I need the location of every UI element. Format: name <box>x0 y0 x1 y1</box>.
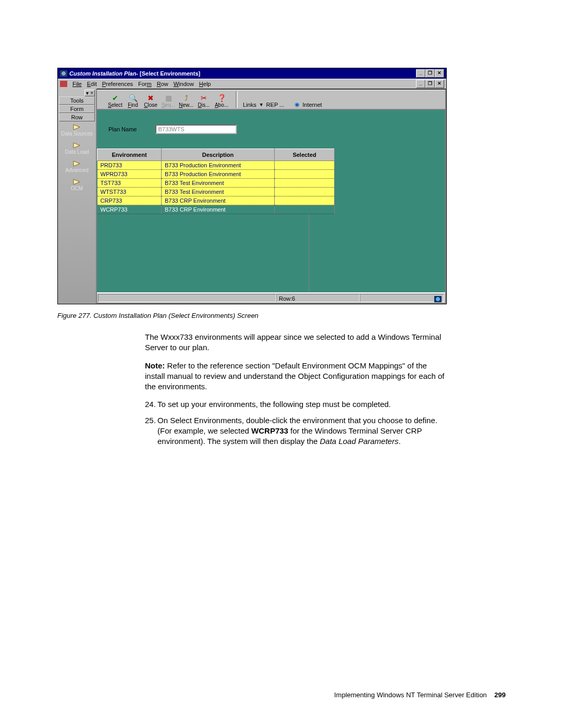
plan-name-input[interactable] <box>155 125 237 134</box>
toolbar-separator <box>236 91 238 108</box>
menu-preferences[interactable]: Preferences <box>102 81 133 87</box>
table-row[interactable]: CRP733B733 CRP Environment <box>97 196 335 205</box>
menu-form[interactable]: Form <box>138 81 152 87</box>
sidebar-item-data-sources[interactable]: Data Sources <box>58 121 96 140</box>
footer-text: Implementing Windows NT Terminal Server … <box>334 691 487 699</box>
titlebar: Custom Installation Plan - [Select Envir… <box>58 68 446 79</box>
cell-env: TST733 <box>97 179 162 188</box>
col-header-selected[interactable]: Selected <box>275 149 335 161</box>
sidebar-item-data-load[interactable]: Data Load <box>58 140 96 158</box>
menu-row[interactable]: Row <box>157 81 168 87</box>
pointer-icon <box>72 142 82 149</box>
cell-env: WPRD733 <box>97 170 162 179</box>
grid-header-row: Environment Description Selected <box>97 149 335 161</box>
toolbar-links-label[interactable]: Links <box>243 102 256 108</box>
paragraph-note: Note: Refer to the reference section "De… <box>145 361 445 392</box>
mdi-minimize-button[interactable]: _ <box>416 80 425 88</box>
sidebar-btn-form[interactable]: Form <box>59 105 95 113</box>
cell-desc: B733 Test Environment <box>162 188 275 196</box>
toolbar-btn-seq: ▦Seq... <box>160 94 177 108</box>
cell-desc: B733 CRP Environment <box>162 196 275 205</box>
close-icon: ✖ <box>148 94 154 102</box>
seq-icon: ▦ <box>165 94 172 102</box>
cell-desc: B733 Test Environment <box>162 179 275 188</box>
table-row[interactable]: WTST733B733 Test Environment <box>97 188 335 196</box>
toolbar-btn-label: Close <box>144 102 157 108</box>
toolbar-btn-new[interactable]: ⤴New... <box>177 94 195 108</box>
sidebar-item-advanced[interactable]: Advanced <box>58 158 96 176</box>
sidebar-btn-tools[interactable]: Tools <box>59 96 95 105</box>
maximize-button[interactable]: ❐ <box>425 69 435 78</box>
cell-sel <box>275 170 335 179</box>
plan-name-area: Plan Name <box>97 110 445 149</box>
cell-env: WTST733 <box>97 188 162 196</box>
sidebar-btn-row[interactable]: Row <box>59 113 95 121</box>
toolbar-btn-select[interactable]: ✔Select <box>106 94 124 108</box>
menu-bar: File Edit Preferences Form Row Window He… <box>58 79 446 89</box>
menu-help[interactable]: Help <box>199 81 211 87</box>
pointer-icon <box>72 160 82 167</box>
toolbar: ✔Select🔍Find✖Close▦Seq...⤴New...✂Dis...❓… <box>97 90 445 110</box>
cell-desc: B733 Production Environment <box>162 170 275 179</box>
abo-icon: ❓ <box>217 94 226 102</box>
app-icon <box>60 70 67 77</box>
minimize-button[interactable]: _ <box>416 69 425 78</box>
toolbar-btn-label: Seq... <box>162 102 175 108</box>
step-number: 24. <box>145 399 157 410</box>
menu-window[interactable]: Window <box>174 81 194 87</box>
col-header-description[interactable]: Description <box>162 149 275 161</box>
cell-env: PRD733 <box>97 161 162 170</box>
dis-icon: ✂ <box>201 94 207 102</box>
menu-file[interactable]: File <box>72 81 82 87</box>
cell-desc: B733 Production Environment <box>162 161 275 170</box>
toolbar-rep-link[interactable]: REP ... <box>266 102 285 108</box>
find-icon: 🔍 <box>129 94 138 102</box>
status-cell-row: Row:6 <box>276 294 360 302</box>
note-body: Refer to the reference section "Default … <box>145 361 445 391</box>
sidebar-label-data-load: Data Load <box>65 149 89 155</box>
mdi-doc-icon[interactable] <box>60 81 67 87</box>
note-label: Note: <box>145 361 165 370</box>
toolbar-btn-label: Dis... <box>198 102 210 108</box>
status-cell-right <box>360 294 444 302</box>
toolbar-btn-find[interactable]: 🔍Find <box>124 94 142 108</box>
main-area: ✔Select🔍Find✖Close▦Seq...⤴New...✂Dis...❓… <box>97 89 446 304</box>
toolbar-btn-label: Find <box>128 102 138 108</box>
sidebar-item-ocm[interactable]: OCM <box>58 176 96 194</box>
step-text: To set up your environments, the followi… <box>157 399 445 410</box>
cell-env: CRP733 <box>97 196 162 205</box>
cell-sel <box>275 196 335 205</box>
globe-icon <box>434 296 442 302</box>
step-number: 25. <box>145 415 157 447</box>
toolbar-btn-label: Select <box>108 102 123 108</box>
cell-sel <box>275 188 335 196</box>
table-row[interactable]: WPRD733B733 Production Environment <box>97 170 335 179</box>
body-text: The Wxxx733 environments will appear sin… <box>145 332 445 447</box>
close-button[interactable]: ✕ <box>435 69 444 78</box>
table-row[interactable]: WCRP733B733 CRP Environment <box>97 205 335 214</box>
new-icon: ⤴ <box>185 94 188 102</box>
col-header-environment[interactable]: Environment <box>97 149 162 161</box>
cell-env: WCRP733 <box>97 205 162 214</box>
dropdown-icon[interactable]: ▼ <box>259 102 264 107</box>
toolbar-btn-abo[interactable]: ❓Abo... <box>213 94 230 108</box>
sidebar-handle[interactable]: ▾ × <box>84 90 95 96</box>
step25-bold: WCRP733 <box>251 426 288 435</box>
status-bar: Row:6 <box>97 292 445 303</box>
cell-sel <box>275 205 335 214</box>
toolbar-btn-dis[interactable]: ✂Dis... <box>195 94 213 108</box>
toolbar-btn-close[interactable]: ✖Close <box>142 94 160 108</box>
table-row[interactable]: PRD733B733 Production Environment <box>97 161 335 170</box>
toolbar-internet-link[interactable]: Internet <box>302 102 322 108</box>
menu-edit[interactable]: Edit <box>87 81 97 87</box>
mdi-close-button[interactable]: ✕ <box>435 80 444 88</box>
sidebar-label-data-sources: Data Sources <box>61 131 93 137</box>
mdi-restore-button[interactable]: ❐ <box>425 80 435 88</box>
cell-desc: B733 CRP Environment <box>162 205 275 214</box>
sidebar-label-advanced: Advanced <box>65 167 88 173</box>
toolbar-btn-label: New... <box>179 102 193 108</box>
title-app: Custom Installation Plan <box>69 70 136 77</box>
sidebar: ▾ × Tools Form Row Data Sources Data Loa… <box>58 89 97 304</box>
step-25: 25. On Select Environments, double-click… <box>145 415 445 447</box>
table-row[interactable]: TST733B733 Test Environment <box>97 179 335 188</box>
